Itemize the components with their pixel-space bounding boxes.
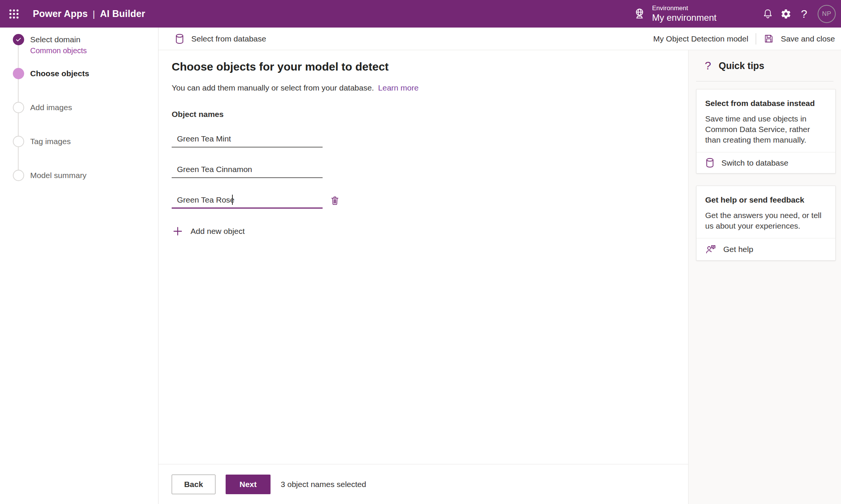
check-icon xyxy=(15,36,22,43)
tip-card-database: Select from database instead Save time a… xyxy=(696,89,836,174)
quick-tips-divider xyxy=(696,81,833,81)
object-name-input-2[interactable] xyxy=(172,161,323,178)
page-shell: Select domain Common objects Choose obje… xyxy=(0,28,841,504)
person-feedback-icon xyxy=(705,244,716,255)
waffle-menu-button[interactable] xyxy=(0,0,28,28)
get-help-label: Get help xyxy=(723,245,753,254)
database-icon xyxy=(175,34,184,44)
body-row: Choose objects for your model to detect … xyxy=(158,50,841,504)
database-icon xyxy=(705,158,715,168)
quick-tips-header: ? Quick tips xyxy=(689,50,841,72)
tip-card-body: Get help or send feedback Get the answer… xyxy=(696,186,835,238)
object-name-fields xyxy=(172,130,688,209)
switch-to-database-label: Switch to database xyxy=(721,158,788,167)
step-current-dot xyxy=(13,68,24,79)
question-mark-icon: ? xyxy=(705,59,711,72)
object-name-field-2 xyxy=(172,161,323,178)
app-title: Power Apps | AI Builder xyxy=(33,8,145,19)
tip-card-title: Get help or send feedback xyxy=(705,195,827,205)
title-divider: | xyxy=(93,9,95,19)
save-and-close-button[interactable]: Save and close xyxy=(764,34,835,44)
wizard-stepper: Select domain Common objects Choose obje… xyxy=(0,28,158,504)
app-header: Power Apps | AI Builder Environment My e… xyxy=(0,0,841,28)
environment-picker-button[interactable]: Environment My environment xyxy=(633,5,716,23)
select-from-database-label: Select from database xyxy=(191,34,266,43)
object-name-input-1[interactable] xyxy=(172,130,323,148)
step-label: Model summary xyxy=(30,170,86,181)
tip-card-title: Select from database instead xyxy=(705,98,827,108)
step-select-domain[interactable]: Select domain Common objects xyxy=(13,34,87,55)
page-title: Choose objects for your model to detect xyxy=(172,60,688,74)
step-choose-objects[interactable]: Choose objects xyxy=(13,68,89,79)
delete-object-button[interactable] xyxy=(328,194,341,207)
step-tag-images[interactable]: Tag images xyxy=(13,136,71,147)
waffle-icon xyxy=(8,8,20,20)
step-label: Tag images xyxy=(30,136,71,147)
content-main: Choose objects for your model to detect … xyxy=(158,50,688,464)
trash-icon xyxy=(330,195,340,206)
app-brand: Power Apps xyxy=(33,8,88,19)
help-button[interactable]: ? xyxy=(795,3,813,25)
environment-name: My environment xyxy=(652,12,716,23)
text-caret xyxy=(232,195,233,205)
notifications-button[interactable] xyxy=(759,3,777,25)
step-label: Add images xyxy=(30,102,72,113)
object-name-field-3 xyxy=(172,191,323,209)
step-model-summary[interactable]: Model summary xyxy=(13,170,86,181)
switch-to-database-button[interactable]: Switch to database xyxy=(696,152,835,173)
quick-tips-panel: ? Quick tips Select from database instea… xyxy=(688,50,841,504)
step-upcoming-dot xyxy=(13,170,24,181)
tip-card-text: Get the answers you need, or tell us abo… xyxy=(705,210,827,231)
main-column: Select from database My Object Detection… xyxy=(158,28,841,504)
object-name-row-3 xyxy=(172,191,688,209)
select-from-database-button[interactable]: Select from database xyxy=(175,34,266,44)
tip-card-body: Select from database instead Save time a… xyxy=(696,89,835,152)
add-new-object-label: Add new object xyxy=(191,227,245,236)
environment-icon xyxy=(633,7,646,20)
object-names-label: Object names xyxy=(172,110,688,119)
next-button[interactable]: Next xyxy=(226,475,271,494)
selection-status: 3 object names selected xyxy=(281,480,366,489)
step-add-images[interactable]: Add images xyxy=(13,102,72,113)
command-bar-divider xyxy=(756,33,756,45)
command-bar: Select from database My Object Detection… xyxy=(158,28,841,50)
step-complete-icon xyxy=(13,34,24,45)
back-button[interactable]: Back xyxy=(172,475,215,494)
wizard-footer: Back Next 3 object names selected xyxy=(158,464,688,504)
help-icon: ? xyxy=(801,8,807,20)
page-subtext: You can add them manually or select from… xyxy=(172,83,688,93)
tip-card-help: Get help or send feedback Get the answer… xyxy=(696,186,836,261)
step-label: Choose objects xyxy=(30,68,89,79)
step-upcoming-dot xyxy=(13,102,24,113)
wizard-content: Choose objects for your model to detect … xyxy=(158,50,688,504)
bell-icon xyxy=(762,8,773,20)
get-help-button[interactable]: Get help xyxy=(696,238,835,260)
quick-tips-title: Quick tips xyxy=(719,60,764,71)
add-new-object-button[interactable]: Add new object xyxy=(172,225,245,237)
tip-card-text: Save time and use objects in Common Data… xyxy=(705,114,827,145)
environment-label: Environment xyxy=(652,5,716,12)
subtext-body: You can add them manually or select from… xyxy=(172,83,374,92)
settings-button[interactable] xyxy=(777,3,795,25)
object-name-field-1 xyxy=(172,130,323,148)
model-name-label[interactable]: My Object Detection model xyxy=(653,34,748,43)
step-upcoming-dot xyxy=(13,136,24,147)
gear-icon xyxy=(780,8,792,20)
plus-icon xyxy=(172,225,184,237)
object-name-input-3[interactable] xyxy=(172,191,323,209)
step-label: Select domain xyxy=(30,34,87,45)
save-and-close-label: Save and close xyxy=(781,34,835,43)
account-avatar[interactable]: NP xyxy=(818,5,836,23)
learn-more-link[interactable]: Learn more xyxy=(378,83,418,92)
save-icon xyxy=(764,34,774,44)
app-product: AI Builder xyxy=(100,8,145,19)
step-sublabel: Common objects xyxy=(30,46,87,55)
